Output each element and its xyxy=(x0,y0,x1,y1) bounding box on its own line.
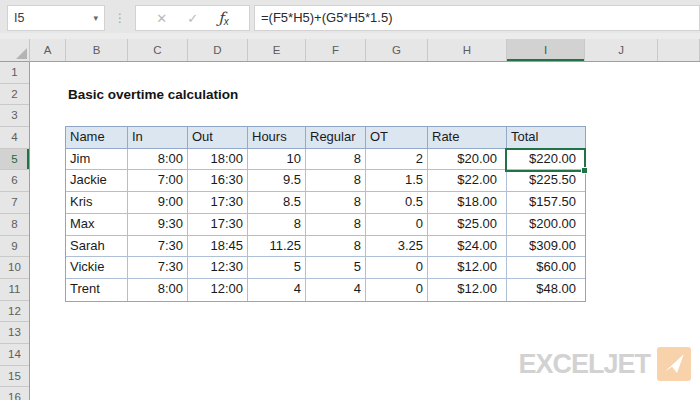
cell[interactable]: Jim xyxy=(66,149,128,171)
cell[interactable]: Jackie xyxy=(66,170,128,192)
row-header-7[interactable]: 7 xyxy=(0,192,29,214)
cell[interactable]: $309.00 xyxy=(507,236,585,258)
row-header-10[interactable]: 10 xyxy=(0,257,29,279)
row-header-16[interactable]: 16 xyxy=(0,387,29,400)
enter-icon[interactable]: ✓ xyxy=(187,11,198,26)
cancel-icon[interactable]: ✕ xyxy=(156,11,167,26)
row-header-13[interactable]: 13 xyxy=(0,322,29,344)
cell[interactable]: $12.00 xyxy=(428,279,507,301)
cell[interactable]: Kris xyxy=(66,192,128,214)
column-header-E[interactable]: E xyxy=(248,39,306,61)
cell[interactable]: Vickie xyxy=(66,257,128,279)
row-header-5[interactable]: 5 xyxy=(0,149,29,171)
row-header-15[interactable]: 15 xyxy=(0,366,29,388)
row-header-2[interactable]: 2 xyxy=(0,84,29,106)
cell[interactable]: 8 xyxy=(306,192,366,214)
cell[interactable]: 8:00 xyxy=(128,279,188,301)
name-box[interactable]: I5 ▾ xyxy=(7,5,105,31)
row-header-8[interactable]: 8 xyxy=(0,214,29,236)
cell[interactable]: $157.50 xyxy=(507,192,585,214)
column-header-partial[interactable] xyxy=(658,39,700,61)
column-header-J[interactable]: J xyxy=(585,39,658,61)
cell[interactable]: $220.00 xyxy=(507,149,585,171)
column-header-D[interactable]: D xyxy=(188,39,248,61)
fill-handle[interactable] xyxy=(581,167,588,174)
row-header-6[interactable]: 6 xyxy=(0,170,29,192)
cell[interactable]: 0 xyxy=(366,279,428,301)
cell[interactable]: $200.00 xyxy=(507,214,585,236)
column-header-I[interactable]: I xyxy=(507,39,585,61)
cell[interactable]: 3.25 xyxy=(366,236,428,258)
column-header-C[interactable]: C xyxy=(128,39,188,61)
table-header-name[interactable]: Name xyxy=(66,127,128,149)
cell[interactable]: 4 xyxy=(248,279,306,301)
cell[interactable]: 4 xyxy=(306,279,366,301)
row-header-14[interactable]: 14 xyxy=(0,344,29,366)
cell[interactable]: $24.00 xyxy=(428,236,507,258)
cell[interactable]: 7:00 xyxy=(128,170,188,192)
cell[interactable]: 0 xyxy=(366,257,428,279)
cell[interactable]: 8.5 xyxy=(248,192,306,214)
cell[interactable]: 9.5 xyxy=(248,170,306,192)
table-header-rate[interactable]: Rate xyxy=(428,127,507,149)
row-header-11[interactable]: 11 xyxy=(0,279,29,301)
cell[interactable]: 8 xyxy=(306,149,366,171)
cell[interactable]: 18:00 xyxy=(188,149,248,171)
table-header-hours[interactable]: Hours xyxy=(248,127,306,149)
cell[interactable]: 7:30 xyxy=(128,257,188,279)
cell[interactable]: 17:30 xyxy=(188,214,248,236)
row-header-4[interactable]: 4 xyxy=(0,127,29,149)
table-header-in[interactable]: In xyxy=(128,127,188,149)
table-header-regular[interactable]: Regular xyxy=(306,127,366,149)
chevron-down-icon[interactable]: ▾ xyxy=(93,13,98,23)
cell[interactable]: Sarah xyxy=(66,236,128,258)
cell[interactable]: 9:30 xyxy=(128,214,188,236)
cell[interactable]: 16:30 xyxy=(188,170,248,192)
cell[interactable]: 8 xyxy=(306,236,366,258)
cell[interactable]: 11.25 xyxy=(248,236,306,258)
cell[interactable]: 12:30 xyxy=(188,257,248,279)
cell[interactable]: $60.00 xyxy=(507,257,585,279)
cell[interactable]: Trent xyxy=(66,279,128,301)
column-header-G[interactable]: G xyxy=(366,39,428,61)
cell[interactable]: 5 xyxy=(306,257,366,279)
column-header-F[interactable]: F xyxy=(306,39,366,61)
column-header-A[interactable]: A xyxy=(30,39,66,61)
table-header-out[interactable]: Out xyxy=(188,127,248,149)
column-header-H[interactable]: H xyxy=(428,39,507,61)
cell[interactable]: 17:30 xyxy=(188,192,248,214)
cell[interactable]: 5 xyxy=(248,257,306,279)
formula-input[interactable]: =(F5*H5)+(G5*H5*1.5) xyxy=(254,5,700,31)
row-header-3[interactable]: 3 xyxy=(0,105,29,127)
cell[interactable]: 2 xyxy=(366,149,428,171)
cell[interactable]: 12:00 xyxy=(188,279,248,301)
table-header-ot[interactable]: OT xyxy=(366,127,428,149)
cell[interactable]: 8:00 xyxy=(128,149,188,171)
cell[interactable]: 18:45 xyxy=(188,236,248,258)
cell[interactable]: 7:30 xyxy=(128,236,188,258)
select-all-button[interactable] xyxy=(0,39,30,62)
cell[interactable]: $22.00 xyxy=(428,170,507,192)
cell[interactable]: $225.50 xyxy=(507,170,585,192)
cell[interactable]: 8 xyxy=(248,214,306,236)
column-header-B[interactable]: B xyxy=(66,39,128,61)
cell[interactable]: $20.00 xyxy=(428,149,507,171)
cell[interactable]: $12.00 xyxy=(428,257,507,279)
row-header-9[interactable]: 9 xyxy=(0,236,29,258)
cell[interactable]: 9:00 xyxy=(128,192,188,214)
cell[interactable]: $48.00 xyxy=(507,279,585,301)
row-header-1[interactable]: 1 xyxy=(0,62,29,84)
cell[interactable]: 0 xyxy=(366,214,428,236)
row-header-12[interactable]: 12 xyxy=(0,301,29,323)
insert-function-icon[interactable]: ƒx xyxy=(218,9,229,27)
cell[interactable]: 8 xyxy=(306,170,366,192)
sheet-canvas[interactable]: Basic overtime calculation NameInOutHour… xyxy=(30,62,700,400)
cell[interactable]: 8 xyxy=(306,214,366,236)
table-header-total[interactable]: Total xyxy=(507,127,585,149)
cell[interactable]: 10 xyxy=(248,149,306,171)
cell[interactable]: 0.5 xyxy=(366,192,428,214)
cell[interactable]: Max xyxy=(66,214,128,236)
cell[interactable]: $18.00 xyxy=(428,192,507,214)
cell[interactable]: 1.5 xyxy=(366,170,428,192)
cell[interactable]: $25.00 xyxy=(428,214,507,236)
